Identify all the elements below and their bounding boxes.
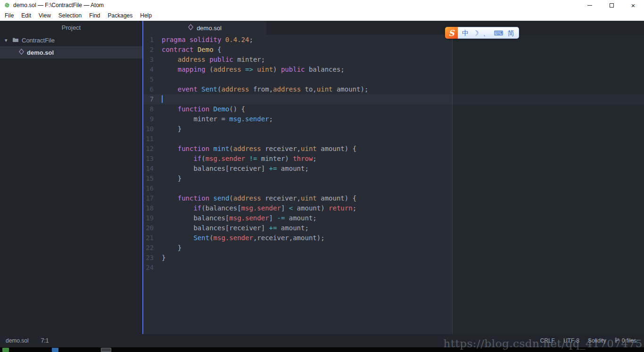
code-token: Sent bbox=[201, 85, 217, 93]
code-token: 0.4.24 bbox=[225, 36, 249, 43]
code-line[interactable]: 2contract Demo { bbox=[143, 45, 644, 55]
code-token: amount; bbox=[277, 165, 308, 172]
code-line[interactable]: 6 event Sent(address from,address to,uin… bbox=[143, 84, 644, 94]
code-line[interactable]: 23} bbox=[143, 253, 644, 263]
code-token bbox=[162, 194, 178, 202]
code-line[interactable]: 7 bbox=[143, 94, 644, 104]
code-line[interactable]: 13 if(msg.sender != minter) throw; bbox=[143, 154, 644, 164]
folder-icon bbox=[12, 37, 19, 44]
code-token: address bbox=[214, 66, 241, 73]
code-token: event bbox=[178, 85, 198, 93]
ime-punctuation-button[interactable]: 、 bbox=[483, 30, 490, 36]
maximize-button[interactable] bbox=[601, 0, 622, 10]
editor-pane: demo.sol 1pragma solidity 0.4.24;2contra… bbox=[143, 21, 644, 334]
menu-view[interactable]: View bbox=[35, 11, 55, 20]
menu-edit[interactable]: Edit bbox=[17, 11, 35, 20]
code-token bbox=[209, 105, 213, 113]
code-token: ( bbox=[229, 145, 233, 152]
code-token: address bbox=[273, 85, 301, 93]
code-editor[interactable]: 1pragma solidity 0.4.24;2contract Demo {… bbox=[143, 35, 644, 334]
code-token: send bbox=[214, 194, 230, 202]
code-token bbox=[162, 155, 193, 162]
ime-chinese-mode-button[interactable]: 中 bbox=[462, 30, 469, 36]
menu-file[interactable]: File bbox=[1, 11, 17, 20]
code-line[interactable]: 8 function Demo() { bbox=[143, 104, 644, 114]
menu-packages[interactable]: Packages bbox=[104, 11, 137, 20]
sogou-logo-icon[interactable]: S bbox=[445, 27, 458, 39]
code-line[interactable]: 11 bbox=[143, 134, 644, 144]
tree-file-demo-sol[interactable]: demo.sol bbox=[0, 46, 142, 59]
code-line[interactable]: 5 bbox=[143, 75, 644, 84]
tree-file-label: demo.sol bbox=[27, 49, 54, 56]
code-line[interactable]: 12 function mint(address receiver,uint a… bbox=[143, 144, 644, 154]
code-line[interactable]: 21 Sent(msg.sender,receiver,amount); bbox=[143, 233, 644, 243]
minimize-button[interactable] bbox=[579, 0, 601, 10]
taskbar-icon[interactable] bbox=[101, 348, 111, 352]
code-token bbox=[193, 46, 197, 53]
code-line[interactable]: 24 bbox=[143, 263, 644, 273]
code-token: != bbox=[249, 155, 257, 162]
code-token: { bbox=[214, 46, 222, 53]
code-token: ( bbox=[201, 155, 205, 162]
line-number: 12 bbox=[143, 144, 154, 154]
code-token bbox=[206, 56, 209, 63]
code-line[interactable]: 18 if(balances[msg.sender] < amount) ret… bbox=[143, 203, 644, 213]
ime-fullwidth-moon-icon[interactable]: ☽ bbox=[473, 30, 479, 36]
code-token: (balances[ bbox=[201, 204, 241, 212]
code-token: minter) bbox=[257, 155, 293, 162]
line-number: 22 bbox=[143, 243, 154, 253]
code-token: function bbox=[178, 105, 209, 113]
status-line-ending[interactable]: CRLF bbox=[540, 337, 555, 344]
line-number: 9 bbox=[143, 114, 154, 124]
code-line[interactable]: 15 } bbox=[143, 174, 644, 184]
code-token bbox=[209, 194, 213, 202]
line-number: 14 bbox=[143, 164, 154, 174]
git-branch-icon bbox=[615, 337, 619, 344]
code-line[interactable]: 10 } bbox=[143, 124, 644, 134]
window-title: demo.sol — F:\ContractFile — Atom bbox=[13, 2, 104, 8]
code-token: msg.sender bbox=[214, 234, 253, 242]
menu-find[interactable]: Find bbox=[85, 11, 104, 20]
code-line[interactable]: 17 function send(address receiver,uint a… bbox=[143, 193, 644, 203]
code-token: amount; bbox=[277, 224, 308, 232]
line-number: 3 bbox=[143, 55, 154, 65]
ime-keyboard-icon[interactable]: ⌨ bbox=[494, 30, 504, 36]
close-button[interactable]: × bbox=[622, 0, 644, 10]
code-line[interactable]: 3 address public minter; bbox=[143, 55, 644, 65]
tree-folder-contractfile[interactable]: ▾ ContractFile bbox=[0, 34, 142, 46]
line-number: 19 bbox=[143, 213, 154, 223]
status-bar: demo.sol 7:1 CRLF UTF-8 Solidity 0 files bbox=[0, 334, 644, 347]
code-line[interactable]: 16 bbox=[143, 184, 644, 193]
menu-help[interactable]: Help bbox=[136, 11, 156, 20]
status-git[interactable]: 0 files bbox=[615, 337, 636, 344]
code-line[interactable]: 9 minter = msg.sender; bbox=[143, 114, 644, 124]
code-token: uint bbox=[301, 145, 317, 152]
code-token: ; bbox=[249, 36, 253, 43]
ime-simplified-button[interactable]: 简 bbox=[508, 30, 514, 36]
status-cursor-position[interactable]: 7:1 bbox=[41, 337, 49, 344]
tab-demo-sol[interactable]: demo.sol bbox=[143, 21, 266, 35]
taskbar-strip bbox=[0, 347, 644, 352]
taskbar-icon[interactable] bbox=[2, 348, 9, 352]
menu-selection[interactable]: Selection bbox=[55, 11, 85, 20]
code-line[interactable]: 20 balances[receiver] += amount; bbox=[143, 223, 644, 233]
code-line[interactable]: 4 mapping (address => uint) public balan… bbox=[143, 65, 644, 75]
code-token: amount) { bbox=[317, 145, 356, 152]
code-token: uint bbox=[301, 194, 317, 202]
code-line[interactable]: 22 } bbox=[143, 243, 644, 253]
code-token: address bbox=[233, 145, 261, 152]
code-token: msg.sender bbox=[241, 204, 281, 212]
taskbar-icon[interactable] bbox=[52, 348, 58, 352]
code-token: amount); bbox=[333, 85, 369, 93]
status-grammar[interactable]: Solidity bbox=[588, 337, 606, 344]
code-line[interactable]: 14 balances[receiver] += amount; bbox=[143, 164, 644, 174]
code-token: ; bbox=[353, 204, 356, 212]
status-encoding[interactable]: UTF-8 bbox=[563, 337, 579, 344]
code-line[interactable]: 19 balances[msg.sender] -= amount; bbox=[143, 213, 644, 223]
code-line[interactable]: 1pragma solidity 0.4.24; bbox=[143, 35, 644, 45]
code-token bbox=[209, 145, 213, 152]
line-number: 1 bbox=[143, 35, 154, 45]
text-cursor bbox=[162, 95, 163, 103]
code-token: public bbox=[281, 66, 305, 73]
code-token: uint bbox=[317, 85, 333, 93]
